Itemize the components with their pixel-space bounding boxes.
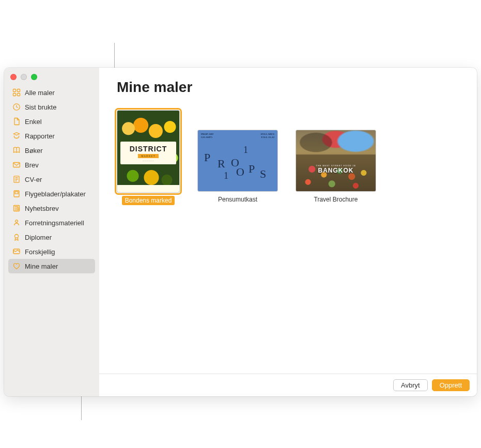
page-title: Mine maler — [117, 79, 459, 96]
business-icon — [12, 219, 21, 227]
sidebar-item-label: Sist brukte — [25, 103, 56, 111]
template-grid: DISTRICT MARKET — — — — — — Bondens mark… — [99, 101, 477, 374]
thumb-overline: THE BEST STREET FOOD IN — [296, 164, 376, 167]
sidebar-item-label: Rapporter — [25, 132, 55, 140]
cancel-button[interactable]: Avbryt — [393, 379, 428, 391]
sidebar-item-rapporter[interactable]: Rapporter — [8, 129, 95, 143]
sidebar-item-label: Forskjellig — [25, 248, 55, 256]
heart-icon — [12, 262, 21, 270]
svg-point-11 — [15, 220, 18, 223]
sidebar-item-forskjellig[interactable]: Forskjellig — [8, 244, 95, 259]
sidebar-item-forretningsmateriell[interactable]: Forretningsmateriell — [8, 215, 95, 230]
doc-icon — [12, 117, 21, 126]
sidebar-item-label: Mine maler — [25, 262, 58, 270]
clock-icon — [12, 103, 21, 111]
letter-icon — [12, 161, 21, 169]
sidebar-item-label: Enkel — [25, 118, 42, 126]
sidebar-item-label: Diplomer — [25, 234, 52, 241]
thumb-title: BANGKOK — [296, 167, 376, 174]
sidebar-item-label: Brev — [25, 161, 39, 169]
svg-rect-8 — [15, 192, 18, 194]
svg-rect-2 — [13, 94, 16, 96]
svg-rect-0 — [13, 89, 16, 92]
sidebar-item-label: Flygeblader/plakater — [25, 190, 86, 198]
cv-icon — [12, 175, 21, 183]
sidebar-item-alle-maler[interactable]: Alle maler — [8, 85, 95, 100]
svg-rect-1 — [18, 89, 20, 92]
sidebar-item-label: Forretningsmateriell — [25, 219, 84, 227]
minimize-window-button[interactable] — [21, 74, 27, 80]
window-controls — [4, 72, 99, 85]
template-thumbnail[interactable]: THE BEST STREET FOOD IN BANGKOK — [296, 130, 376, 192]
newsletter-icon — [12, 204, 21, 212]
sidebar-item-mine-maler[interactable]: Mine maler — [8, 259, 95, 273]
template-chooser-window: Alle maler Sist brukte Enkel Rapporter — [4, 68, 477, 396]
sidebar-item-label: Nyhetsbrev — [25, 205, 59, 212]
sidebar-item-flygeblader-plakater[interactable]: Flygeblader/plakater — [8, 187, 95, 201]
sidebar-item-sist-brukte[interactable]: Sist brukte — [8, 100, 95, 114]
poster-icon — [12, 190, 21, 198]
template-thumbnail[interactable]: PROP ART GO-10875 SYLLABUS FALL 21-22 P … — [197, 130, 278, 192]
thumb-subtitle: MARKET — [138, 154, 158, 158]
svg-rect-13 — [13, 249, 20, 254]
sidebar-item-label: CV-er — [25, 176, 42, 183]
main-header: Mine maler — [99, 68, 477, 101]
sidebar-item-brev[interactable]: Brev — [8, 158, 95, 172]
footer: Avbryt Opprett — [99, 374, 477, 396]
main-panel: Mine maler DISTRICT MARKET — — — — — — B… — [99, 68, 477, 396]
svg-point-12 — [15, 235, 19, 238]
report-icon — [12, 132, 21, 140]
sidebar: Alle maler Sist brukte Enkel Rapporter — [4, 68, 99, 396]
svg-rect-5 — [13, 163, 20, 167]
template-label: Pensumutkast — [215, 195, 260, 204]
sidebar-item-nyhetsbrev[interactable]: Nyhetsbrev — [8, 201, 95, 215]
template-travel-brochure[interactable]: THE BEST STREET FOOD IN BANGKOK Travel B… — [296, 110, 376, 204]
sidebar-item-label: Alle maler — [25, 89, 55, 97]
thumb-title: DISTRICT — [130, 145, 167, 153]
template-bondens-marked[interactable]: DISTRICT MARKET — — — — — — Bondens mark… — [117, 110, 180, 205]
template-label[interactable]: Bondens marked — [122, 196, 175, 205]
sidebar-item-label: Bøker — [25, 147, 43, 155]
misc-icon — [12, 248, 21, 256]
template-label: Travel Brochure — [311, 195, 361, 204]
close-window-button[interactable] — [10, 74, 17, 80]
sidebar-list: Alle maler Sist brukte Enkel Rapporter — [4, 85, 99, 273]
svg-rect-3 — [18, 94, 20, 96]
book-icon — [12, 146, 21, 155]
grid-icon — [12, 88, 21, 97]
fullscreen-window-button[interactable] — [31, 74, 37, 80]
sidebar-item-diplomer[interactable]: Diplomer — [8, 230, 95, 244]
template-pensumutkast[interactable]: PROP ART GO-10875 SYLLABUS FALL 21-22 P … — [197, 110, 278, 204]
create-button[interactable]: Opprett — [432, 379, 470, 391]
sidebar-item-cv-er[interactable]: CV-er — [8, 172, 95, 187]
template-thumbnail[interactable]: DISTRICT MARKET — — — — — — — [117, 110, 180, 193]
sidebar-item-boker[interactable]: Bøker — [8, 143, 95, 158]
diploma-icon — [12, 233, 21, 241]
sidebar-item-enkel[interactable]: Enkel — [8, 114, 95, 129]
svg-rect-10 — [17, 208, 19, 210]
